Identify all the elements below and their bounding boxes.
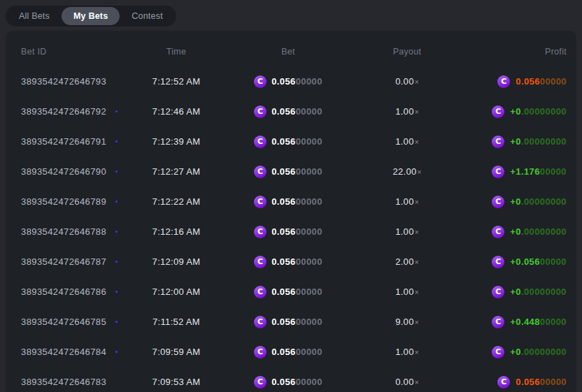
bet-time: 7:12:22 AM [127,196,225,207]
bet-id-cell: 3893542472646791 [15,136,127,147]
multiplier-x-symbol: × [415,78,419,86]
profit-cell: C +0.00000000 [463,226,567,238]
column-header-bet: Bet [225,47,351,57]
payout-multiplier: 2.00× [351,256,463,267]
bet-time: 7:12:46 AM [127,106,225,117]
bet-amount: 0.05600000 [271,106,322,117]
bet-id-cell: 3893542472646792 [15,106,127,117]
bet-id-value: 3893542472646787 [21,256,106,267]
profit-cell: C 0.05600000 [463,75,567,88]
table-row[interactable]: 3893542472646784 7:09:59 AM C 0.05600000… [6,337,576,367]
multiplier-x-symbol: × [415,349,419,356]
bet-id-value: 3893542472646784 [21,347,106,357]
bet-id-cell: 3893542472646793 [15,76,127,87]
bet-id-value: 3893542472646785 [21,317,106,327]
pending-dot-icon [115,170,118,173]
column-header-bet-id: Bet ID [15,47,127,57]
profit-amount: +0.00000000 [510,226,567,237]
pending-dot-icon [115,261,118,263]
bet-amount-cell: C 0.05600000 [225,256,351,268]
bets-table-body: 3893542472646793 7:12:52 AM C 0.05600000… [6,66,576,392]
table-row[interactable]: 3893542472646787 7:12:09 AM C 0.05600000… [6,247,576,277]
table-row[interactable]: 3893542472646793 7:12:52 AM C 0.05600000… [6,66,576,96]
bet-id-cell: 3893542472646788 [15,226,127,237]
table-row[interactable]: 3893542472646785 7:11:52 AM C 0.05600000… [6,307,576,337]
bet-amount-cell: C 0.05600000 [225,166,351,178]
tab-contest[interactable]: Contest [120,7,174,25]
table-row[interactable]: 3893542472646790 7:12:27 AM C 0.05600000… [6,157,576,187]
bet-amount-cell: C 0.05600000 [225,376,351,389]
bet-amount: 0.05600000 [271,256,322,267]
coin-icon: C [254,106,267,118]
coin-icon: C [254,316,267,328]
profit-amount: +0.00000000 [510,286,567,297]
table-row[interactable]: 3893542472646791 7:12:39 AM C 0.05600000… [6,126,576,157]
bet-amount: 0.05600000 [271,286,322,297]
profit-cell: C +0.00000000 [463,286,567,298]
bet-id-value: 3893542472646793 [21,76,106,87]
bet-id-cell: 3893542472646783 [15,377,127,387]
bet-id-value: 3893542472646792 [21,106,106,117]
profit-amount: +0.00000000 [510,136,567,147]
bet-id-cell: 3893542472646790 [15,166,127,177]
table-row[interactable]: 3893542472646789 7:12:22 AM C 0.05600000… [6,187,576,217]
bet-time: 7:11:52 AM [127,317,225,327]
coin-icon: C [254,166,267,178]
coin-icon: C [254,75,267,88]
bet-amount-cell: C 0.05600000 [225,346,351,358]
profit-cell: C +0.00000000 [463,136,567,148]
coin-icon: C [254,196,267,208]
bet-id-value: 3893542472646789 [21,196,106,207]
bet-amount: 0.05600000 [271,317,322,327]
tab-all-bets[interactable]: All Bets [7,7,62,25]
bet-amount-cell: C 0.05600000 [225,226,351,238]
bet-amount-cell: C 0.05600000 [225,136,351,148]
profit-amount: +0.00000000 [510,106,567,117]
payout-multiplier: 1.00× [351,347,463,357]
payout-multiplier: 1.00× [351,196,463,207]
profit-amount: +1.17600000 [510,166,567,177]
coin-icon: C [492,256,504,268]
profit-amount: 0.05600000 [516,377,567,387]
bet-time: 7:12:27 AM [127,166,225,177]
coin-icon: C [492,226,504,238]
bet-time: 7:12:00 AM [127,286,225,297]
bets-table-panel: Bet ID Time Bet Payout Profit 3893542472… [6,31,576,392]
coin-icon: C [497,75,510,88]
bet-amount-cell: C 0.05600000 [225,196,351,208]
profit-cell: C +0.00000000 [463,106,567,118]
pending-dot-icon [115,231,118,233]
profit-amount: 0.05600000 [516,76,567,87]
column-header-payout: Payout [351,47,463,57]
pending-dot-icon [115,291,118,293]
coin-icon: C [254,286,267,298]
bet-amount: 0.05600000 [271,136,322,147]
payout-multiplier: 1.00× [351,286,463,297]
payout-multiplier: 1.00× [351,136,463,147]
table-row[interactable]: 3893542472646786 7:12:00 AM C 0.05600000… [6,277,576,307]
payout-multiplier: 22.00× [351,166,463,177]
payout-multiplier: 0.00× [351,377,463,387]
multiplier-x-symbol: × [415,379,419,386]
bet-id-cell: 3893542472646789 [15,196,127,207]
profit-cell: C +0.05600000 [463,256,567,268]
bet-id-cell: 3893542472646786 [15,286,127,297]
pending-dot-icon [115,321,118,323]
multiplier-x-symbol: × [415,108,419,116]
profit-cell: C +1.17600000 [463,166,567,178]
multiplier-x-symbol: × [415,198,419,206]
coin-icon: C [492,166,504,178]
table-row[interactable]: 3893542472646792 7:12:46 AM C 0.05600000… [6,96,576,126]
payout-multiplier: 1.00× [351,106,463,117]
pending-dot-icon [115,140,118,143]
table-row[interactable]: 3893542472646788 7:12:16 AM C 0.05600000… [6,217,576,247]
multiplier-x-symbol: × [415,319,419,326]
bet-time: 7:12:39 AM [127,136,225,147]
column-header-profit: Profit [463,47,567,57]
table-row[interactable]: 3893542472646783 7:09:53 AM C 0.05600000… [6,367,576,392]
tab-my-bets[interactable]: My Bets [62,7,120,25]
profit-amount: +0.44800000 [510,317,567,327]
bet-amount: 0.05600000 [271,377,322,387]
profit-cell: C +0.00000000 [463,196,567,208]
coin-icon: C [254,376,267,389]
